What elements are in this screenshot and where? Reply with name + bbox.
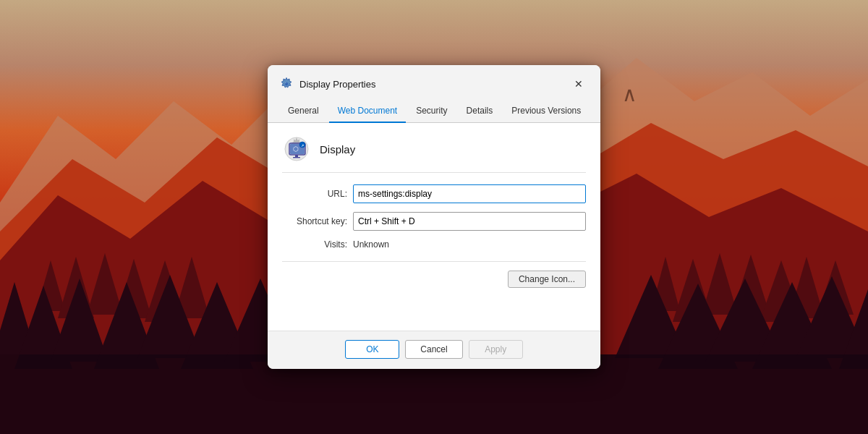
url-label: URL: (282, 189, 347, 199)
apply-button[interactable]: Apply (469, 340, 523, 359)
svg-text:↗: ↗ (301, 143, 304, 148)
display-icon: ⬡ ↗ (282, 135, 311, 163)
url-row: URL: (282, 184, 586, 203)
shortcut-input[interactable] (353, 212, 586, 231)
dialog-content: ⬡ ↗ Display URL: Shortcut (268, 123, 600, 331)
visits-value: Unknown (353, 239, 389, 250)
url-input[interactable] (353, 184, 586, 203)
svg-text:⬡: ⬡ (293, 145, 299, 153)
tab-general[interactable]: General (279, 101, 328, 123)
ok-button[interactable]: OK (345, 340, 399, 359)
title-bar: Display Properties ✕ (268, 65, 600, 101)
cancel-button[interactable]: Cancel (405, 340, 462, 359)
tab-web-document[interactable]: Web Document (329, 101, 406, 123)
dialog-footer: OK Cancel Apply (268, 331, 600, 369)
svg-rect-40 (293, 157, 300, 158)
item-title: Display (320, 143, 355, 156)
shortcut-row: Shortcut key: (282, 212, 586, 231)
visits-row: Visits: Unknown (282, 239, 586, 262)
dialog-overlay: Display Properties ✕ General Web Documen… (0, 0, 868, 434)
item-header: ⬡ ↗ Display (282, 135, 586, 173)
dialog-title: Display Properties (299, 79, 563, 90)
tab-previous-versions[interactable]: Previous Versions (503, 101, 590, 123)
tab-security[interactable]: Security (407, 101, 456, 123)
svg-rect-39 (295, 155, 298, 157)
change-icon-button[interactable]: Change Icon... (508, 271, 586, 288)
tabs-bar: General Web Document Security Details Pr… (268, 101, 600, 123)
tab-details[interactable]: Details (458, 101, 502, 123)
dialog-window: Display Properties ✕ General Web Documen… (268, 65, 600, 369)
close-button[interactable]: ✕ (569, 74, 589, 94)
shortcut-label: Shortcut key: (282, 216, 347, 226)
change-icon-row: Change Icon... (282, 271, 586, 288)
title-bar-icon (279, 77, 294, 91)
visits-label: Visits: (282, 239, 347, 250)
